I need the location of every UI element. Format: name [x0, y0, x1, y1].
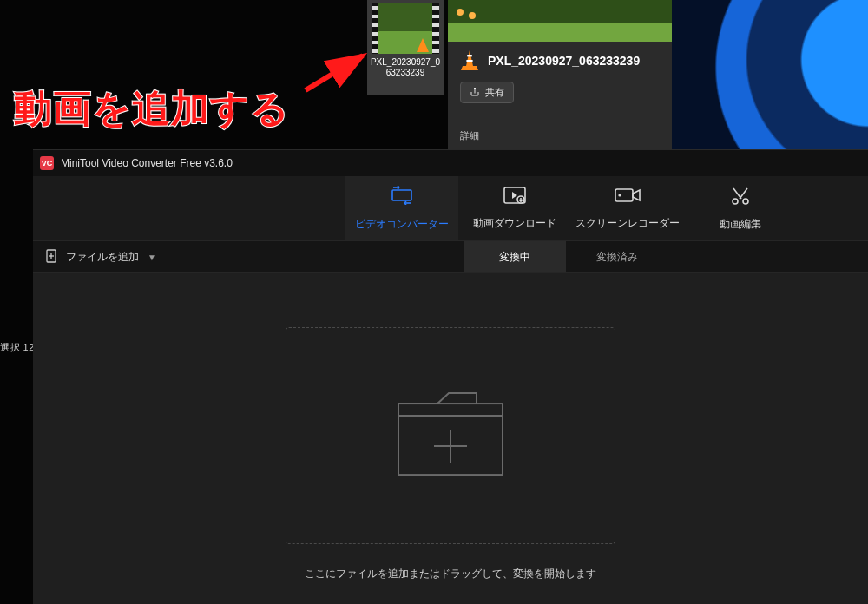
tab-label: ビデオコンバーター	[355, 217, 449, 232]
details-label: 詳細	[460, 129, 479, 142]
tab-label: スクリーンレコーダー	[575, 216, 680, 231]
titlebar[interactable]: VC MiniTool Video Converter Free v3.6.0	[33, 150, 868, 176]
svg-rect-1	[467, 55, 472, 56]
svg-rect-5	[392, 190, 411, 200]
video-preview-thumbnail	[448, 0, 672, 42]
sub-tabs: 変換中 変換済み	[464, 241, 668, 272]
video-title: PXL_20230927_063233239	[488, 54, 640, 68]
svg-point-11	[733, 199, 738, 204]
add-file-button[interactable]: ファイルを追加 ▼	[33, 241, 168, 272]
desktop-video-file[interactable]: PXL_20230927_063233239	[367, 0, 444, 95]
main-tabs: ビデオコンバーター 動画ダウンロード	[33, 176, 868, 240]
app-logo-icon: VC	[40, 156, 54, 170]
svg-rect-9	[615, 189, 633, 201]
app-window: VC MiniTool Video Converter Free v3.6.0 …	[33, 149, 868, 604]
annotation-arrow-icon	[302, 50, 370, 94]
dropzone[interactable]: ここにファイルを追加またはドラッグして、変換を開始します	[277, 327, 624, 581]
tab-video-converter[interactable]: ビデオコンバーター	[345, 176, 458, 240]
annotation-text: 動画を追加する	[14, 83, 290, 135]
chevron-down-icon: ▼	[148, 253, 156, 262]
desktop-file-name: PXL_20230927_063233239	[367, 57, 444, 78]
tab-label: 動画編集	[720, 217, 761, 232]
svg-marker-7	[512, 192, 517, 199]
video-thumbnail-icon	[372, 3, 439, 54]
edit-icon	[731, 186, 750, 208]
svg-line-4	[306, 56, 363, 90]
svg-point-12	[743, 199, 748, 204]
download-icon	[503, 187, 526, 207]
app-title: MiniTool Video Converter Free v3.6.0	[61, 157, 233, 169]
tab-video-edit[interactable]: 動画編集	[684, 176, 797, 240]
toolbar: ファイルを追加 ▼ 変換中 変換済み	[33, 240, 868, 273]
dropzone-text: ここにファイルを追加またはドラッグして、変換を開始します	[305, 567, 596, 581]
svg-marker-0	[466, 50, 473, 66]
desktop-wallpaper	[668, 0, 868, 149]
video-info-panel: PXL_20230927_063233239 共有 詳細	[448, 0, 672, 149]
folder-plus-icon	[390, 386, 511, 485]
tab-video-download[interactable]: 動画ダウンロード	[458, 176, 571, 240]
recorder-icon	[615, 187, 641, 207]
vlc-cone-icon	[460, 50, 479, 71]
converter-icon	[390, 186, 414, 208]
add-file-label: ファイルを追加	[66, 250, 139, 265]
subtab-converted[interactable]: 変換済み	[566, 241, 668, 272]
svg-marker-3	[461, 66, 478, 70]
share-label: 共有	[485, 86, 504, 99]
dropzone-box[interactable]	[286, 327, 615, 544]
share-icon	[470, 87, 480, 99]
svg-rect-2	[466, 60, 472, 62]
svg-point-10	[618, 194, 621, 196]
workspace[interactable]: ここにファイルを追加またはドラッグして、変換を開始します	[33, 273, 868, 604]
add-file-icon	[45, 249, 59, 266]
subtab-converting[interactable]: 変換中	[464, 241, 566, 272]
tab-screen-recorder[interactable]: スクリーンレコーダー	[571, 176, 684, 240]
share-button[interactable]: 共有	[460, 82, 514, 103]
tab-label: 動画ダウンロード	[473, 216, 556, 231]
